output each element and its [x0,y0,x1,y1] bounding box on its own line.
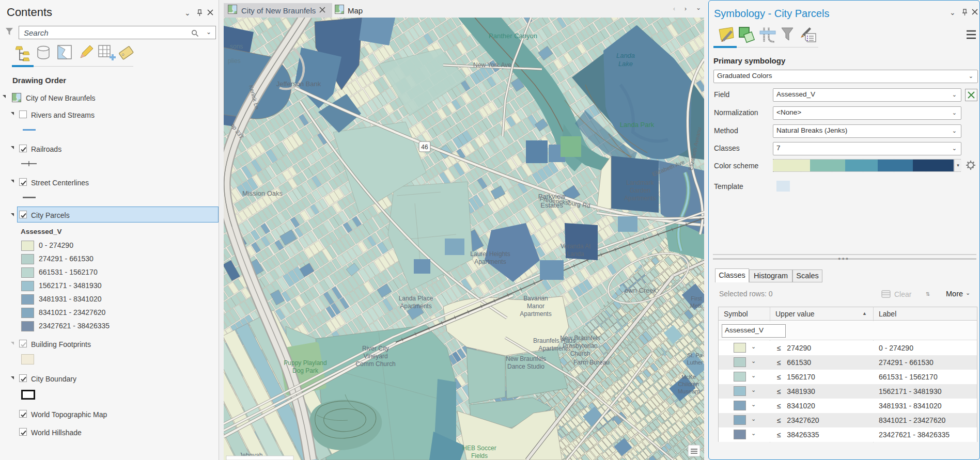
svg-text:plies: plies [228,57,241,65]
svg-text:Apartments: Apartments [624,195,656,202]
svg-text:Estates: Estates [540,201,563,209]
svg-text:Apartments: Apartments [400,303,431,310]
svg-text:Landa: Landa [567,250,584,258]
svg-text:River City: River City [362,345,389,352]
svg-text:Church: Church [570,350,590,357]
svg-text:Puppy Playland: Puppy Playland [284,359,326,367]
svg-text:Children: Children [678,381,699,387]
svg-text:sons: sons [230,43,243,50]
svg-text:Jefferson Bank: Jefferson Bank [276,80,321,88]
svg-text:Dog Park: Dog Park [292,367,319,374]
svg-text:Landa: Landa [616,52,635,59]
svg-text:New Braunfels: New Braunfels [560,335,600,342]
svg-text:Apartments: Apartments [520,310,551,318]
svg-text:Bavarian: Bavarian [523,295,548,302]
svg-text:Apartments: Apartments [474,258,506,265]
svg-text:Presbyterian: Presbyterian [563,342,597,350]
svg-text:New Braunfels: New Braunfels [506,355,546,362]
svg-text:Fields: Fields [471,452,488,459]
svg-text:Parkview: Parkview [538,193,566,200]
svg-text:McKe: McKe [681,374,696,380]
svg-text:Landa Park: Landa Park [620,121,655,129]
svg-text:HEB Soccer: HEB Soccer [462,445,496,452]
svg-text:Lake: Lake [618,60,633,68]
svg-text:St. Pa: St. Pa [687,352,703,358]
svg-text:Comm Church: Comm Church [355,360,395,368]
svg-text:Farm Bureau: Farm Bureau [573,359,610,366]
svg-text:Veranda At: Veranda At [561,243,591,250]
svg-text:Museum: Museum [678,388,699,394]
svg-text:New York Ave: New York Ave [473,61,511,69]
svg-text:Manor: Manor [527,303,545,310]
svg-text:Meth: Meth [690,303,703,309]
svg-text:Panther Canyon: Panther Canyon [489,32,537,40]
svg-text:First: First [691,295,702,302]
svg-text:Garden: Garden [630,187,650,194]
svg-text:Landmark: Landmark [626,179,654,186]
svg-text:own Creek: own Creek [625,287,657,294]
svg-text:Laurel Heights: Laurel Heights [470,250,510,258]
svg-text:Landa Place: Landa Place [399,295,433,302]
svg-text:Luther: Luther [687,359,703,366]
svg-text:Mission Oaks: Mission Oaks [242,189,283,197]
svg-text:46: 46 [421,144,428,151]
svg-text:Vineyard: Vineyard [363,353,387,360]
svg-text:Dance Studio: Dance Studio [507,363,545,370]
